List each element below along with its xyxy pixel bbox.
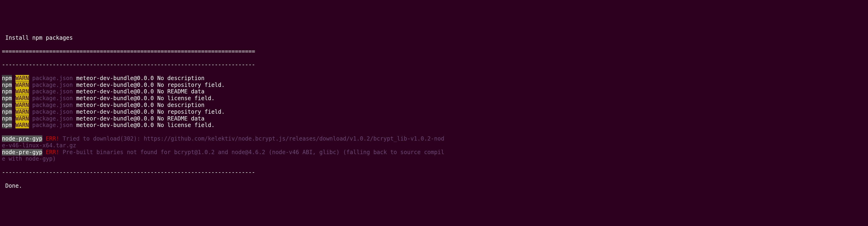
package-json-source: package.json [32, 115, 73, 122]
npm-warn-line: npm WARN package.json meteor-dev-bundle@… [2, 82, 866, 89]
npm-tool-tag: npm [2, 102, 12, 108]
npm-warn-line: npm WARN package.json meteor-dev-bundle@… [2, 122, 866, 129]
warn-level-tag: WARN [16, 88, 29, 95]
node-pre-gyp-tool-tag: node-pre-gyp [2, 149, 42, 156]
warn-message: meteor-dev-bundle@0.0.0 No description [76, 102, 205, 108]
npm-tool-tag: npm [2, 88, 12, 95]
header-title: Install npm packages [2, 35, 866, 41]
node-pre-gyp-lines: node-pre-gyp ERR! Tried to download(302)… [2, 135, 866, 162]
warn-message: meteor-dev-bundle@0.0.0 No README data [76, 115, 205, 122]
warn-message: meteor-dev-bundle@0.0.0 No README data [76, 88, 205, 95]
package-json-source: package.json [32, 108, 73, 115]
warn-message: meteor-dev-bundle@0.0.0 No license field… [76, 122, 215, 128]
node-pre-gyp-err-line: node-pre-gyp ERR! Pre-built binaries not… [2, 149, 866, 156]
package-json-source: package.json [32, 95, 73, 102]
npm-warn-line: npm WARN package.json meteor-dev-bundle@… [2, 75, 866, 82]
npm-warn-line: npm WARN package.json meteor-dev-bundle@… [2, 108, 866, 115]
package-json-source: package.json [32, 122, 73, 128]
err-level-tag: ERR! [46, 149, 59, 156]
err-message-continuation: e with node-gyp) [2, 156, 866, 162]
err-message: Tried to download(302): https://github.c… [63, 135, 444, 142]
warn-message: meteor-dev-bundle@0.0.0 No repository fi… [76, 82, 225, 88]
npm-tool-tag: npm [2, 115, 12, 122]
done-text: Done. [2, 183, 866, 189]
npm-warn-line: npm WARN package.json meteor-dev-bundle@… [2, 88, 866, 95]
package-json-source: package.json [32, 82, 73, 88]
npm-warn-line: npm WARN package.json meteor-dev-bundle@… [2, 102, 866, 108]
warn-level-tag: WARN [16, 115, 29, 122]
separator-dashes-footer: ----------------------------------------… [2, 169, 866, 176]
npm-warn-line: npm WARN package.json meteor-dev-bundle@… [2, 115, 866, 122]
node-pre-gyp-err-line: node-pre-gyp ERR! Tried to download(302)… [2, 135, 866, 142]
separator-equals: ========================================… [2, 48, 866, 55]
separator-dashes: ----------------------------------------… [2, 61, 866, 68]
terminal-output: Install npm packages ===================… [2, 28, 866, 196]
npm-warn-line: npm WARN package.json meteor-dev-bundle@… [2, 95, 866, 102]
package-json-source: package.json [32, 102, 73, 108]
npm-tool-tag: npm [2, 75, 12, 82]
warn-level-tag: WARN [16, 102, 29, 108]
warn-message: meteor-dev-bundle@0.0.0 No repository fi… [76, 108, 225, 115]
npm-warning-lines: npm WARN package.json meteor-dev-bundle@… [2, 75, 866, 129]
package-json-source: package.json [32, 88, 73, 95]
npm-tool-tag: npm [2, 95, 12, 102]
warn-level-tag: WARN [16, 122, 29, 128]
npm-tool-tag: npm [2, 108, 12, 115]
warn-level-tag: WARN [16, 75, 29, 82]
node-pre-gyp-tool-tag: node-pre-gyp [2, 135, 42, 142]
npm-tool-tag: npm [2, 82, 12, 88]
warn-level-tag: WARN [16, 108, 29, 115]
npm-tool-tag: npm [2, 122, 12, 128]
warn-message: meteor-dev-bundle@0.0.0 No description [76, 75, 205, 82]
warn-message: meteor-dev-bundle@0.0.0 No license field… [76, 95, 215, 102]
warn-level-tag: WARN [16, 95, 29, 102]
err-level-tag: ERR! [46, 135, 59, 142]
warn-level-tag: WARN [16, 82, 29, 88]
err-message: Pre-built binaries not found for bcrypt@… [63, 149, 444, 156]
package-json-source: package.json [32, 75, 73, 82]
err-message-continuation: e-v46-linux-x64.tar.gz [2, 142, 866, 149]
